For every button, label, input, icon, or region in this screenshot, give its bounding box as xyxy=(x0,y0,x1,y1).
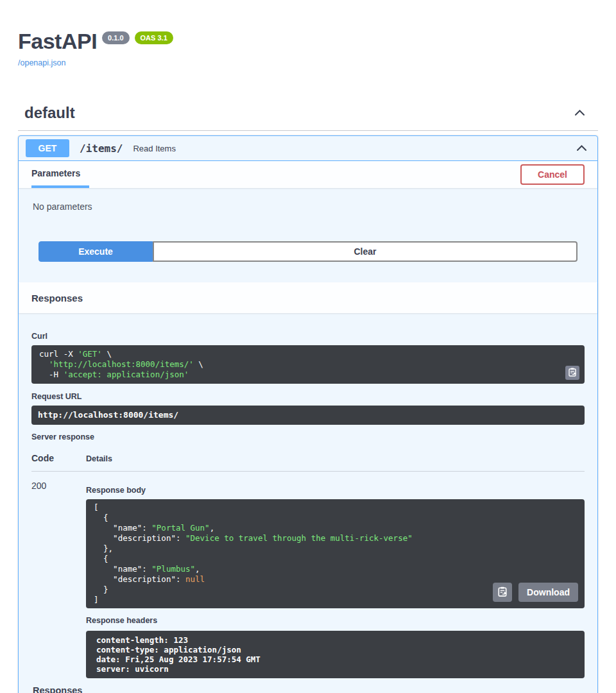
openapi-spec-link[interactable]: /openapi.json xyxy=(18,58,65,67)
copy-to-clipboard-button[interactable] xyxy=(493,583,512,602)
chevron-up-icon xyxy=(576,144,587,153)
opblock-get-items: GET /items/ Read Items Parameters Cancel… xyxy=(18,135,598,693)
server-response-label: Server response xyxy=(31,432,585,441)
curl-label: Curl xyxy=(31,332,585,341)
chevron-up-icon xyxy=(574,108,585,118)
documented-responses-title: Responses xyxy=(33,685,585,693)
collapse-section-button[interactable] xyxy=(574,108,585,118)
parameters-header: Parameters Cancel xyxy=(19,161,597,188)
clipboard-icon xyxy=(498,586,507,599)
execute-button[interactable]: Execute xyxy=(38,241,153,262)
method-badge: GET xyxy=(26,139,69,157)
api-title: FastAPI xyxy=(18,30,97,53)
clipboard-icon xyxy=(569,368,576,379)
oas-badge: OAS 3.1 xyxy=(135,31,173,44)
details-column-header: Details xyxy=(86,454,112,463)
response-table-header: Code Details xyxy=(31,453,585,463)
status-code: 200 xyxy=(31,481,86,678)
version-badge: 0.1.0 xyxy=(102,31,129,44)
code-column-header: Code xyxy=(31,453,86,463)
response-headers-label: Response headers xyxy=(86,616,585,625)
response-headers-text: content-length: 123 content-type: applic… xyxy=(96,635,574,674)
response-body-buttons: Download xyxy=(493,583,578,602)
tag-section-header[interactable]: default xyxy=(18,104,598,131)
response-headers-block: content-length: 123 content-type: applic… xyxy=(86,631,585,678)
responses-title: Responses xyxy=(31,293,83,304)
api-title-row: FastAPI 0.1.0 OAS 3.1 xyxy=(18,30,598,53)
collapse-operation-button[interactable] xyxy=(576,144,587,153)
cancel-button[interactable]: Cancel xyxy=(520,164,585,185)
operation-summary[interactable]: GET /items/ Read Items xyxy=(19,136,597,161)
response-details: Response body [ { "name": "Portal Gun", … xyxy=(86,481,585,678)
swagger-ui-page: FastAPI 0.1.0 OAS 3.1 /openapi.json defa… xyxy=(0,0,616,693)
tag-title: default xyxy=(24,104,75,122)
request-url-block: http://localhost:8000/items/ xyxy=(31,406,585,425)
copy-to-clipboard-button[interactable] xyxy=(565,366,579,380)
response-body-label: Response body xyxy=(86,486,585,495)
curl-command-text: curl -X 'GET' \ 'http://localhost:8000/i… xyxy=(39,349,577,380)
operation-path: /items/ xyxy=(80,142,123,155)
api-info: FastAPI 0.1.0 OAS 3.1 /openapi.json xyxy=(18,0,598,68)
request-url-text: http://localhost:8000/items/ xyxy=(38,411,578,420)
curl-command-block: curl -X 'GET' \ 'http://localhost:8000/i… xyxy=(31,345,585,384)
responses-header: Responses xyxy=(19,282,597,313)
responses-body: Curl curl -X 'GET' \ 'http://localhost:8… xyxy=(19,313,597,693)
parameters-area: No parameters xyxy=(19,188,597,241)
no-parameters-text: No parameters xyxy=(33,201,92,212)
server-response-row: 200 Response body [ { "name": "Portal Gu… xyxy=(31,472,585,678)
response-body-block: [ { "name": "Portal Gun", "description":… xyxy=(86,499,585,608)
request-url-label: Request URL xyxy=(31,392,585,401)
download-button[interactable]: Download xyxy=(518,583,578,602)
operation-summary-text: Read Items xyxy=(133,144,175,153)
clear-button[interactable]: Clear xyxy=(153,241,578,262)
execute-row: Execute Clear xyxy=(19,241,597,282)
tab-parameters[interactable]: Parameters xyxy=(31,161,89,188)
